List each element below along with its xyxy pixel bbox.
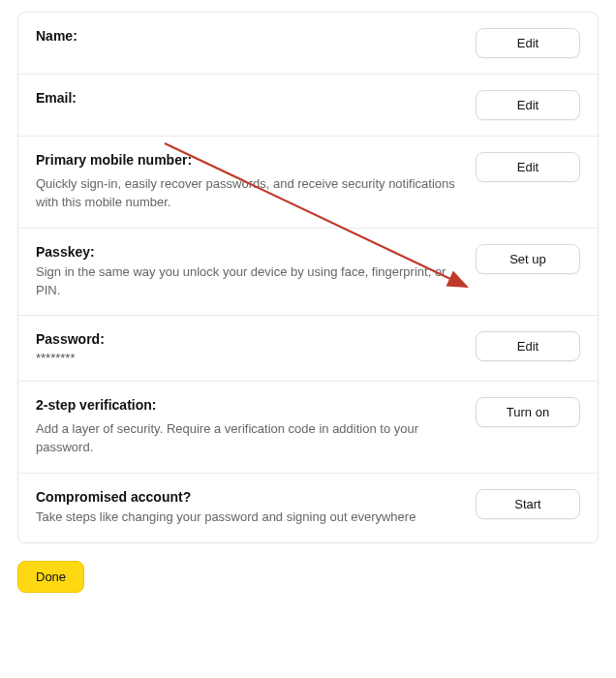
turn-on-two-step-button[interactable]: Turn on — [476, 397, 580, 427]
row-primary-mobile-content: Primary mobile number: Quickly sign-in, … — [36, 152, 464, 212]
row-name-action: Edit — [476, 28, 580, 58]
row-email-action: Edit — [476, 90, 580, 120]
row-passkey-action: Set up — [476, 244, 580, 300]
label-two-step: 2-step verification: — [36, 397, 464, 413]
row-primary-mobile: Primary mobile number: Quickly sign-in, … — [18, 137, 598, 229]
edit-email-button[interactable]: Edit — [476, 90, 580, 120]
desc-passkey: Sign in the same way you unlock your dev… — [36, 263, 464, 300]
label-primary-mobile: Primary mobile number: — [36, 152, 464, 168]
desc-primary-mobile: Quickly sign-in, easily recover password… — [36, 175, 464, 212]
row-passkey: Passkey: Sign in the same way you unlock… — [18, 229, 598, 317]
label-compromised: Compromised account? — [36, 489, 464, 505]
label-name: Name: — [36, 28, 464, 44]
value-password: ******** — [36, 351, 464, 365]
desc-two-step: Add a layer of security. Require a verif… — [36, 420, 464, 457]
edit-mobile-button[interactable]: Edit — [476, 152, 580, 182]
row-email: Email: Edit — [18, 75, 598, 137]
setup-passkey-button[interactable]: Set up — [476, 244, 580, 274]
done-button[interactable]: Done — [17, 561, 84, 593]
row-passkey-content: Passkey: Sign in the same way you unlock… — [36, 244, 464, 300]
row-primary-mobile-action: Edit — [476, 152, 580, 212]
row-email-content: Email: — [36, 90, 464, 120]
label-email: Email: — [36, 90, 464, 106]
row-name-content: Name: — [36, 28, 464, 58]
label-passkey: Passkey: — [36, 244, 464, 260]
row-two-step-action: Turn on — [476, 397, 580, 457]
account-settings-card: Name: Edit Email: Edit Primary mobile nu… — [17, 12, 599, 543]
row-password-content: Password: ******** — [36, 331, 464, 365]
row-password: Password: ******** Edit — [18, 316, 598, 382]
row-two-step-content: 2-step verification: Add a layer of secu… — [36, 397, 464, 457]
start-compromised-button[interactable]: Start — [476, 489, 580, 519]
row-compromised-action: Start — [476, 489, 580, 527]
desc-compromised: Take steps like changing your password a… — [36, 508, 464, 527]
label-password: Password: — [36, 331, 464, 347]
edit-name-button[interactable]: Edit — [476, 28, 580, 58]
row-two-step: 2-step verification: Add a layer of secu… — [18, 382, 598, 474]
row-compromised-content: Compromised account? Take steps like cha… — [36, 489, 464, 527]
row-password-action: Edit — [476, 331, 580, 365]
row-compromised: Compromised account? Take steps like cha… — [18, 474, 598, 542]
edit-password-button[interactable]: Edit — [476, 331, 580, 361]
row-name: Name: Edit — [18, 13, 598, 75]
